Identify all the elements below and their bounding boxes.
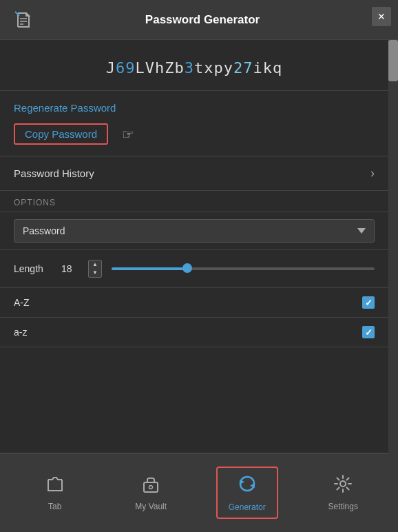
- spinner-down-button[interactable]: ▼: [89, 269, 101, 277]
- generator-icon: [237, 473, 258, 499]
- close-button[interactable]: ✕: [372, 7, 391, 26]
- app-container: Password Generator ✕ J69LVhZb3txpy27ikq …: [0, 0, 398, 532]
- length-label: Length: [14, 263, 52, 274]
- main-content: J69LVhZb3txpy27ikq Regenerate Password C…: [0, 40, 398, 453]
- nav-item-settings[interactable]: Settings: [312, 469, 374, 517]
- svg-point-1: [149, 486, 153, 489]
- loweraz-check-icon: ✓: [365, 327, 373, 338]
- nav-item-vault[interactable]: My Vault: [120, 469, 182, 517]
- length-row: Length 18 ▲ ▼: [0, 250, 388, 288]
- settings-icon: [333, 474, 353, 498]
- scrollbar-track[interactable]: [388, 40, 398, 493]
- nav-vault-label: My Vault: [135, 502, 167, 511]
- pw-segment-4: 3: [185, 59, 194, 76]
- loweraz-checkbox[interactable]: ✓: [362, 326, 375, 338]
- copy-password-button[interactable]: Copy Password: [14, 123, 108, 145]
- az-checkbox[interactable]: ✓: [362, 296, 375, 309]
- scrollbar-thumb[interactable]: [388, 40, 398, 81]
- az-checkbox-row: A-Z ✓: [0, 288, 388, 318]
- bottom-nav: Tab My Vault Ge: [0, 453, 398, 532]
- password-display: J69LVhZb3txpy27ikq: [0, 40, 388, 91]
- pw-segment-7: ikq: [253, 59, 282, 76]
- pw-segment-2: 69: [116, 59, 136, 76]
- loweraz-checkbox-row: a-z ✓: [0, 318, 388, 347]
- nav-settings-label: Settings: [328, 502, 358, 511]
- slider-track: [112, 267, 375, 270]
- cursor-icon: ☞: [122, 126, 134, 143]
- tab-icon: [45, 474, 65, 498]
- type-dropdown-row: Password PIN Passphrase: [0, 212, 388, 250]
- options-section-label: OPTIONS: [0, 191, 388, 212]
- password-history-row[interactable]: Password History ›: [0, 156, 388, 191]
- pw-segment-3: LVhZb: [136, 59, 185, 76]
- header-title: Password Generator: [43, 13, 362, 27]
- password-history-label: Password History: [14, 167, 94, 179]
- loweraz-label: a-z: [14, 327, 27, 338]
- header-icon: [11, 8, 36, 32]
- chevron-right-icon: ›: [370, 166, 375, 181]
- vault-icon: [142, 474, 160, 498]
- az-check-icon: ✓: [365, 298, 373, 308]
- type-select[interactable]: Password PIN Passphrase: [14, 219, 375, 243]
- slider-thumb[interactable]: [182, 263, 192, 273]
- pw-segment-5: txpy: [194, 59, 233, 76]
- nav-item-generator[interactable]: Generator: [216, 467, 278, 519]
- nav-tab-label: Tab: [48, 502, 61, 511]
- length-slider-container: [112, 267, 375, 271]
- header: Password Generator ✕: [0, 0, 398, 40]
- pw-segment-1: J: [106, 59, 116, 76]
- svg-rect-0: [144, 482, 158, 492]
- spinner-up-button[interactable]: ▲: [89, 260, 101, 269]
- regenerate-button[interactable]: Regenerate Password: [14, 102, 375, 114]
- actions-area: Regenerate Password Copy Password ☞: [0, 91, 388, 156]
- cursor-indicator: ☞: [122, 126, 134, 143]
- pw-segment-6: 27: [233, 59, 253, 76]
- az-label: A-Z: [14, 297, 30, 308]
- svg-point-4: [340, 481, 346, 487]
- length-spinner[interactable]: ▲ ▼: [88, 260, 102, 278]
- nav-item-tab[interactable]: Tab: [24, 469, 86, 517]
- generated-password: J69LVhZb3txpy27ikq: [14, 59, 375, 76]
- nav-generator-label: Generator: [229, 502, 266, 512]
- slider-fill: [112, 267, 185, 270]
- length-value: 18: [61, 263, 78, 274]
